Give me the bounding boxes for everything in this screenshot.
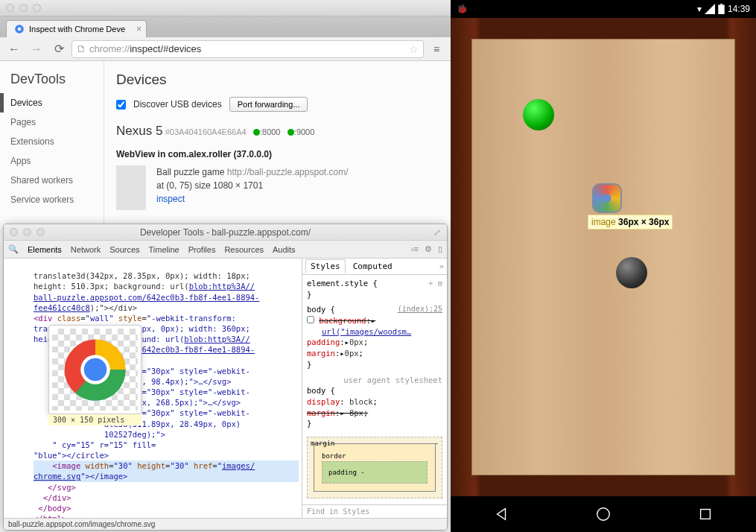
android-back-button[interactable] [493,506,509,522]
tab-audits[interactable]: Audits [268,242,300,257]
sidebar-item-shared-workers[interactable]: Shared workers [0,171,104,190]
window-expand-icon[interactable]: ⤢ [433,224,441,241]
devtools-titlebar: Developer Tools - ball-puzzle.appspot.co… [4,224,447,241]
forward-button[interactable]: → [27,40,46,58]
browser-menu-button[interactable]: ≡ [427,43,446,55]
battery-icon [718,4,725,14]
sidebar-item-pages[interactable]: Pages [0,113,104,132]
styles-tab[interactable]: Styles [305,259,346,273]
android-statusbar: 🐞 ▾ 14:39 [451,0,756,18]
styles-panel: Styles Computed » element.style { + ⊞ } … [302,259,447,518]
tab-elements[interactable]: Elements [23,242,66,257]
inspect-link[interactable]: inspect [156,194,185,204]
chrome-logo-icon [62,336,129,403]
svg-rect-5 [718,4,724,14]
browser-tab[interactable]: Inspect with Chrome Deve × [6,20,147,37]
device-name: Nexus 5 [116,124,162,138]
svg-rect-6 [720,4,722,4]
sidebar-item-apps[interactable]: Apps [0,151,104,171]
svg-point-4 [83,358,107,381]
discover-usb-checkbox[interactable] [116,100,126,110]
ball-dark[interactable] [616,257,647,288]
devtools-statusbar: ball-puzzle.appspot.com/images/chrome.sv… [4,518,447,531]
android-device: 🐞 ▾ 14:39 image 36px × 36px [451,0,756,532]
tab-title: Inspect with Chrome Deve [29,25,125,34]
image-preview-tooltip: 300 × 150 pixels [48,325,142,425]
signal-icon [705,4,715,14]
port-status-icon [288,129,294,136]
window-close-icon[interactable] [6,4,14,12]
window-min-icon[interactable] [23,228,31,236]
tab-network[interactable]: Network [66,242,105,257]
back-button[interactable]: ← [4,40,24,58]
tooltip-tag: image [591,217,616,227]
port-status-icon [253,129,260,136]
android-debug-icon: 🐞 [457,4,468,14]
sidebar-item-devices[interactable]: Devices [0,93,104,113]
svg-point-1 [18,28,22,31]
url-protocol: chrome:// [89,43,130,54]
inspected-image-element[interactable] [594,185,620,212]
port-8000: :8000 [260,127,281,136]
find-in-styles[interactable]: Find in Styles [302,504,447,518]
tab-close-icon[interactable]: × [136,24,142,34]
computed-tab[interactable]: Computed [349,260,397,273]
sidebar-item-service-workers[interactable]: Service workers [0,190,104,209]
webview-thumbnail [116,165,146,210]
devices-title: Devices [116,72,439,88]
window-max-icon[interactable] [36,228,45,236]
element-highlight-tooltip: image 36px × 36px [588,215,673,229]
tab-strip: Inspect with Chrome Deve × [0,16,451,37]
devices-page: DevTools Devices Pages Extensions Apps S… [0,61,451,246]
window-close-icon[interactable] [10,228,18,236]
svg-rect-8 [700,510,710,519]
devtools-dock-icon[interactable]: ▯ [438,244,442,254]
game-viewport: image 36px × 36px [451,18,756,496]
android-home-button[interactable] [595,506,612,522]
android-navbar [451,496,756,532]
preview-dimensions: 300 × 150 pixels [48,414,142,425]
port-forwarding-button[interactable]: Port forwarding... [229,97,308,112]
console-toggle-icon[interactable]: ›≡ [411,244,419,254]
svg-point-7 [597,508,610,521]
devtools-settings-icon[interactable]: ⚙ [425,244,432,254]
window-titlebar [0,0,451,16]
chrome-icon [14,24,25,34]
browser-toolbar: ← → ⟳ 🗋 chrome:// inspect/#devices ☆ ≡ [0,37,451,61]
sidebar-item-extensions[interactable]: Extensions [0,132,104,151]
ball-green[interactable] [523,99,554,130]
discover-usb-label: Discover USB devices [133,99,222,110]
sidebar: DevTools Devices Pages Extensions Apps S… [0,61,104,246]
webview-url: http://ball-puzzle.appspot.com/ [227,167,349,177]
reload-button[interactable]: ⟳ [49,40,69,58]
inspect-element-icon[interactable]: 🔍 [8,244,19,254]
tab-timeline[interactable]: Timeline [144,242,184,257]
devtools-title: Developer Tools - ball-puzzle.appspot.co… [140,227,311,238]
devtools-toolbar: 🔍 Elements Network Sources Timeline Prof… [4,241,447,259]
wifi-icon: ▾ [697,4,702,14]
window-min-icon[interactable] [19,4,28,12]
sidebar-title: DevTools [0,72,104,93]
port-9000: :9000 [294,127,315,136]
window-max-icon[interactable] [33,4,41,12]
android-recents-button[interactable] [697,506,714,522]
webview-name: Ball puzzle game [156,167,224,177]
tab-sources[interactable]: Sources [105,242,144,257]
tooltip-dimensions: 36px × 36px [618,217,669,227]
webview-title: WebView in com.alex.roller (37.0.0.0) [116,149,439,159]
styles-body[interactable]: element.style { + ⊞ } body {(index):25 b… [302,275,447,504]
game-surface[interactable]: image 36px × 36px [471,39,735,475]
devices-content: Devices Discover USB devices Port forwar… [104,61,451,246]
styles-more-icon[interactable]: » [439,262,444,271]
tab-resources[interactable]: Resources [220,242,268,257]
css-prop-toggle[interactable] [307,316,314,323]
device-id: #03A404160A4E66A4 [165,127,247,136]
url-path: inspect/#devices [130,43,201,54]
url-bar[interactable]: 🗋 chrome:// inspect/#devices ☆ [72,40,424,58]
new-rule-icon[interactable]: + ⊞ [428,278,442,289]
tab-profiles[interactable]: Profiles [184,242,220,257]
bookmark-icon[interactable]: ☆ [409,43,419,55]
webview-position: at (0, 75) size 1080 × 1701 [156,180,263,191]
android-clock: 14:39 [728,4,750,14]
